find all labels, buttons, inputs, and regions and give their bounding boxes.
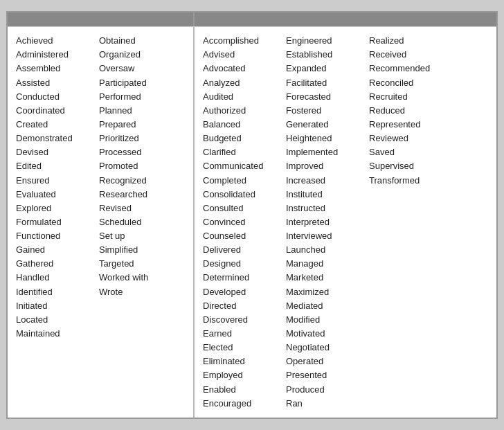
list-item: Represented <box>369 118 449 132</box>
main-card: AchievedAdministeredAssembledAssistedCon… <box>6 11 498 419</box>
list-item: Budgeted <box>203 132 283 145</box>
list-item: Gathered <box>16 257 96 271</box>
list-item: Reviewed <box>369 132 449 145</box>
list-item: Advised <box>203 48 283 62</box>
list-item: Forecasted <box>286 90 366 104</box>
list-item: Convinced <box>203 215 283 229</box>
list-item: Functioned <box>16 229 96 243</box>
list-item: Consulted <box>203 201 283 215</box>
list-item: Located <box>16 313 96 327</box>
manager-header <box>195 12 496 26</box>
list-item: Targeted <box>99 257 165 271</box>
list-item: Recommended <box>369 62 449 75</box>
list-item: Prepared <box>99 118 165 132</box>
list-item: Completed <box>203 174 283 188</box>
manager-section: AccomplishedAdvisedAdvocatedAnalyzedAudi… <box>195 27 496 418</box>
list-item: Demonstrated <box>16 132 96 145</box>
list-item: Received <box>369 48 449 62</box>
list-item: Eliminated <box>203 355 283 368</box>
list-item: Earned <box>203 327 283 341</box>
list-item: Created <box>16 118 96 132</box>
list-item: Handled <box>16 271 96 285</box>
list-item: Fostered <box>286 104 366 118</box>
list-item: Assisted <box>16 76 96 90</box>
entry-section: AchievedAdministeredAssembledAssistedCon… <box>8 27 195 418</box>
list-item: Supervised <box>369 159 449 173</box>
list-item: Accomplished <box>203 34 283 48</box>
list-item: Administered <box>16 48 96 62</box>
list-item: Devised <box>16 145 96 159</box>
list-item: Implemented <box>286 145 366 159</box>
list-item: Planned <box>99 104 165 118</box>
list-item: Instructed <box>286 201 366 215</box>
list-item: Operated <box>286 355 366 368</box>
list-item: Enabled <box>203 383 283 397</box>
list-item: Generated <box>286 118 366 132</box>
manager-col-1: AccomplishedAdvisedAdvocatedAnalyzedAudi… <box>203 34 286 411</box>
list-item: Delivered <box>203 243 283 257</box>
list-item: Worked with <box>99 271 165 285</box>
header-row <box>8 12 496 26</box>
list-item: Scheduled <box>99 215 165 229</box>
list-item: Coordinated <box>16 104 96 118</box>
list-item: Set up <box>99 229 165 243</box>
list-item: Processed <box>99 145 165 159</box>
list-item: Prioritized <box>99 132 165 145</box>
list-item: Ran <box>286 397 366 411</box>
list-item: Revised <box>99 201 165 215</box>
list-item: Negotiated <box>286 341 366 355</box>
list-item: Heightened <box>286 132 366 145</box>
list-item: Advocated <box>203 62 283 75</box>
list-item: Employed <box>203 368 283 382</box>
list-item: Edited <box>16 159 96 173</box>
list-item: Obtained <box>99 34 165 48</box>
list-item: Developed <box>203 285 283 299</box>
list-item: Determined <box>203 271 283 285</box>
list-item: Conducted <box>16 90 96 104</box>
list-item: Directed <box>203 299 283 313</box>
list-item: Promoted <box>99 159 165 173</box>
list-item: Communicated <box>203 159 283 173</box>
list-item: Simplified <box>99 243 165 257</box>
list-item: Authorized <box>203 104 283 118</box>
list-item: Mediated <box>286 299 366 313</box>
entry-col-1: AchievedAdministeredAssembledAssistedCon… <box>16 34 99 411</box>
list-item: Saved <box>369 145 449 159</box>
manager-col-3: RealizedReceivedRecommendedReconciledRec… <box>369 34 452 411</box>
list-item: Initiated <box>16 299 96 313</box>
list-item: Recruited <box>369 90 449 104</box>
list-item: Interpreted <box>286 215 366 229</box>
list-item: Recognized <box>99 174 165 188</box>
list-item: Motivated <box>286 327 366 341</box>
list-item: Transformed <box>369 174 449 188</box>
list-item: Reduced <box>369 104 449 118</box>
list-item: Encouraged <box>203 397 283 411</box>
list-item: Marketed <box>286 271 366 285</box>
list-item: Performed <box>99 90 165 104</box>
list-item: Discovered <box>203 313 283 327</box>
list-item: Instituted <box>286 188 366 201</box>
list-item: Established <box>286 48 366 62</box>
list-item: Improved <box>286 159 366 173</box>
list-item: Achieved <box>16 34 96 48</box>
entry-header <box>8 12 195 26</box>
list-item: Realized <box>369 34 449 48</box>
list-item: Gained <box>16 243 96 257</box>
list-item: Analyzed <box>203 76 283 90</box>
list-item: Formulated <box>16 215 96 229</box>
list-item: Counseled <box>203 229 283 243</box>
list-item: Oversaw <box>99 62 165 75</box>
entry-col-2: ObtainedOrganizedOversawParticipatedPerf… <box>99 34 168 411</box>
list-item: Managed <box>286 257 366 271</box>
list-item: Organized <box>99 48 165 62</box>
list-item: Produced <box>286 383 366 397</box>
list-item: Assembled <box>16 62 96 75</box>
list-item: Audited <box>203 90 283 104</box>
list-item: Presented <box>286 368 366 382</box>
list-item: Wrote <box>99 285 165 299</box>
list-item: Researched <box>99 188 165 201</box>
body-row: AchievedAdministeredAssembledAssistedCon… <box>8 26 496 418</box>
list-item: Launched <box>286 243 366 257</box>
list-item: Reconciled <box>369 76 449 90</box>
list-item: Consolidated <box>203 188 283 201</box>
